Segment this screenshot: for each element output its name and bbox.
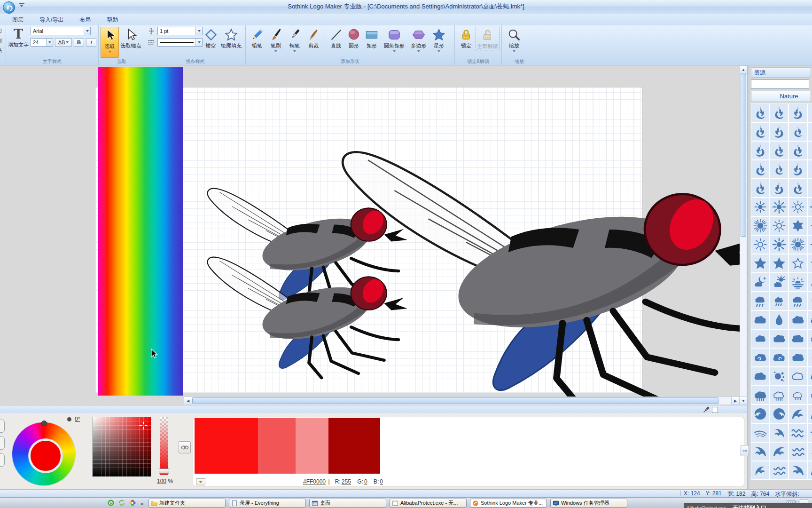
resource-item-sun[interactable] (770, 236, 788, 254)
resource-item-flame[interactable] (789, 179, 807, 197)
vertical-scrollbar[interactable]: ▲ ▼ (740, 65, 747, 405)
letter-spacing-button[interactable]: AB (55, 38, 72, 47)
scroll-down-icon[interactable]: ▼ (740, 397, 747, 405)
resource-item-sunburst[interactable] (789, 236, 807, 254)
gradient-swatch-3[interactable] (328, 418, 380, 474)
scroll-left-icon[interactable]: ◀ (184, 397, 192, 405)
blue-value[interactable]: 0 (380, 478, 383, 485)
scroll-right-icon[interactable]: ▶ (731, 397, 739, 405)
taskbar-button[interactable]: Windows 任务管理器 (550, 499, 627, 508)
resource-item-rain[interactable] (751, 292, 769, 310)
line-style-combo[interactable] (157, 38, 203, 47)
resource-item-flame[interactable] (770, 123, 788, 141)
resource-item-cloud[interactable] (789, 311, 807, 329)
green-value[interactable]: 0 (364, 478, 367, 485)
resource-item-wave[interactable] (808, 461, 812, 479)
resource-item-splat[interactable] (770, 367, 788, 385)
horizontal-scrollbar[interactable]: ◀ ▶ (184, 397, 740, 405)
resource-item-sheep[interactable] (751, 386, 769, 404)
resource-item-flame[interactable] (751, 179, 769, 197)
resource-item-flame[interactable] (751, 142, 769, 159)
quicklaunch-overflow-chevron[interactable]: » (141, 500, 144, 507)
resource-item-sun[interactable] (808, 217, 812, 235)
resource-item-mooncloud[interactable] (751, 273, 769, 291)
dropdown-caret-icon[interactable] (293, 50, 296, 52)
taskbar-button[interactable]: 新建文件夹 (148, 499, 226, 508)
resource-item-flame[interactable] (808, 142, 812, 159)
resource-item-cloud[interactable] (770, 330, 788, 348)
resource-item-wave[interactable] (770, 443, 788, 460)
resource-item-flame[interactable] (770, 160, 788, 178)
pen-button[interactable]: 钢笔 (285, 27, 304, 52)
resource-item-flame[interactable] (770, 104, 788, 122)
dropdown-caret-icon[interactable] (437, 50, 440, 52)
resource-item-flame[interactable] (789, 123, 807, 141)
dropdown-caret-icon[interactable] (109, 51, 111, 53)
resource-item-sheep[interactable] (808, 386, 812, 404)
edge-button[interactable]: 切 (0, 27, 6, 35)
resource-item-cloud[interactable] (751, 311, 769, 329)
fly-object-large[interactable] (343, 152, 740, 397)
alpha-slider[interactable] (160, 417, 168, 475)
resource-item-flame[interactable] (789, 160, 807, 178)
vertical-scroll-thumb[interactable] (741, 74, 746, 237)
gradient-swatch-1[interactable] (258, 418, 296, 474)
resource-item-sunrise[interactable] (789, 273, 807, 291)
pencil-button[interactable]: 铅笔 (248, 27, 266, 49)
combo-dropdown-icon[interactable] (195, 27, 202, 35)
pinwheel-quicklaunch-icon[interactable] (129, 499, 136, 508)
resource-item-wavecurl[interactable] (808, 443, 812, 460)
resource-item-flame[interactable] (789, 142, 807, 159)
resource-item-cloudOutline[interactable] (789, 367, 807, 385)
combo-dropdown-icon[interactable] (46, 39, 53, 46)
circle-shape-button[interactable]: 圆形 (345, 27, 363, 49)
font-size-combo[interactable]: 24 (31, 38, 53, 47)
resource-item-wavethin[interactable] (751, 424, 769, 442)
menu-item-图层[interactable]: 图层 (12, 16, 23, 24)
resource-item-sunOutline[interactable] (751, 236, 769, 254)
hue-angle-value[interactable]: 0° (75, 416, 80, 422)
resource-item-suncloud[interactable] (770, 273, 788, 291)
star-shape-button[interactable]: 星形 (429, 27, 448, 52)
resource-item-flame[interactable] (808, 104, 812, 122)
combo-dropdown-icon[interactable] (195, 39, 202, 46)
resource-item-wavethin[interactable] (808, 424, 812, 442)
combo-dropdown-icon[interactable] (84, 27, 90, 35)
brush-button[interactable]: 笔刷 (266, 27, 285, 52)
resource-item-wavecurl[interactable] (751, 443, 769, 460)
panel-side-tabs[interactable] (0, 420, 5, 467)
canvas-workspace[interactable] (0, 65, 740, 397)
menu-item-导入/导出[interactable]: 导入/导出 (39, 16, 63, 24)
resource-item-wavecircle[interactable] (770, 405, 788, 423)
resource-item-swirl[interactable] (770, 349, 788, 366)
resource-item-sun[interactable] (770, 198, 788, 216)
resource-search-input[interactable] (751, 79, 809, 89)
bold-button[interactable]: B (74, 38, 84, 47)
crop-button[interactable]: 剪裁 (304, 27, 323, 49)
gradient-swatch-2[interactable] (296, 418, 328, 474)
resource-item-cloud[interactable] (808, 367, 812, 385)
taskbar-button[interactable]: AlibabaProtect.exe - 无... (390, 499, 467, 508)
resource-item-rain[interactable] (808, 292, 812, 310)
menu-item-布局[interactable]: 布局 (79, 16, 91, 24)
edge-button[interactable]: 贴 (0, 47, 6, 55)
resource-item-flame[interactable] (751, 104, 769, 122)
horizontal-scroll-thumb[interactable] (192, 397, 718, 404)
resource-item-rain[interactable] (789, 292, 807, 310)
resource-item-mooncloud[interactable] (808, 273, 812, 291)
resource-item-sun[interactable] (808, 198, 812, 216)
resource-item-wavecurl[interactable] (770, 424, 788, 442)
resource-item-wave[interactable] (751, 461, 769, 479)
link-colors-button[interactable] (179, 441, 191, 453)
taskbar-button[interactable]: Sothink Logo Maker 专业... (470, 499, 547, 508)
select-anchor-button[interactable]: 选取锚点 (119, 27, 143, 49)
red-value[interactable]: 255 (342, 478, 351, 485)
resource-item-flame[interactable] (789, 104, 807, 122)
resource-item-star[interactable] (770, 254, 788, 272)
resource-item-cloud[interactable] (808, 311, 812, 329)
line-shape-button[interactable]: 直线 (327, 27, 345, 49)
rainbow-stripe-object[interactable] (98, 67, 183, 396)
resource-item-flame[interactable] (770, 142, 788, 159)
resource-item-sun[interactable] (751, 198, 769, 216)
saturation-square[interactable] (92, 417, 151, 477)
